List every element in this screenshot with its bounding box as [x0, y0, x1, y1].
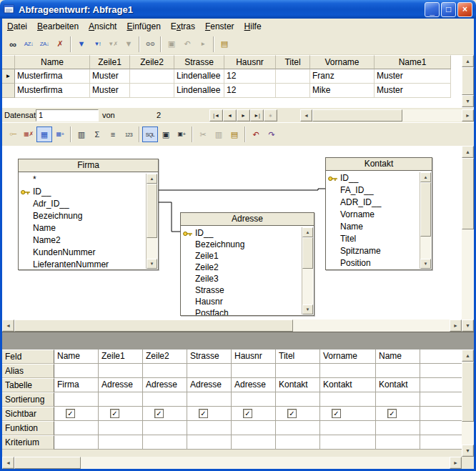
- cell[interactable]: Titel: [276, 349, 320, 364]
- field-item[interactable]: Postfach: [181, 307, 302, 315]
- field-item[interactable]: ID__: [326, 172, 420, 184]
- row-header-kriterium[interactable]: Kriterium: [2, 435, 54, 450]
- visible-checkbox[interactable]: ✓: [199, 409, 208, 418]
- paste-button[interactable]: ▤: [217, 36, 232, 52]
- scrollbar-thumb[interactable]: [302, 237, 313, 269]
- menu-item-datei[interactable]: Datei: [2, 19, 32, 34]
- filter-by-selection-button[interactable]: ▼!: [89, 36, 105, 52]
- cell[interactable]: [320, 435, 376, 450]
- field-list-scrollbar[interactable]: ▲ ▼: [420, 172, 431, 269]
- remove-filter-button[interactable]: ▼✗: [105, 36, 121, 52]
- field-item[interactable]: Name2: [19, 234, 146, 247]
- sort-descending-button[interactable]: ZA↓: [36, 36, 52, 52]
- cell[interactable]: [54, 364, 99, 378]
- cell[interactable]: [143, 392, 187, 407]
- cell[interactable]: [276, 69, 310, 84]
- filter-button[interactable]: ▼: [74, 36, 89, 52]
- scroll-up-button[interactable]: ▲: [462, 146, 474, 158]
- scroll-down-button[interactable]: ▼: [462, 445, 474, 457]
- field-item[interactable]: ID__: [181, 227, 302, 239]
- table-title[interactable]: Firma: [19, 159, 158, 172]
- print-preview-button[interactable]: ⊙⊙: [142, 36, 158, 52]
- number-format-button[interactable]: 123: [121, 127, 137, 142]
- field-item[interactable]: Spitzname: [326, 245, 420, 257]
- field-item[interactable]: FA_ID__: [326, 184, 420, 197]
- save-button[interactable]: ▣: [158, 127, 174, 142]
- cell[interactable]: [376, 392, 420, 407]
- column-header-strasse[interactable]: Strasse: [174, 55, 224, 69]
- column-header-vorname[interactable]: Vorname: [310, 55, 375, 69]
- goto-record-button[interactable]: ►: [195, 36, 211, 52]
- visible-checkbox[interactable]: ✓: [154, 409, 164, 418]
- cell[interactable]: [420, 421, 462, 435]
- menu-item-bearbeiten[interactable]: Bearbeiten: [32, 19, 84, 34]
- cell[interactable]: Adresse: [143, 378, 187, 392]
- remove-table-button[interactable]: ▦✗: [21, 127, 36, 142]
- column-header-zeile2[interactable]: Zeile2: [130, 55, 174, 69]
- cell[interactable]: Mike: [310, 84, 375, 98]
- cell[interactable]: Name: [376, 349, 420, 364]
- cell[interactable]: [54, 392, 99, 407]
- minimize-button[interactable]: _: [425, 2, 440, 17]
- query-grid-vertical-scrollbar[interactable]: ▲ ▼: [462, 349, 474, 457]
- cell[interactable]: Muster: [90, 84, 130, 98]
- cell[interactable]: Firma: [54, 378, 99, 392]
- scroll-up-button[interactable]: ▲: [462, 349, 474, 362]
- menu-item-fenster[interactable]: Fenster: [200, 19, 239, 34]
- cell[interactable]: [276, 421, 320, 435]
- table-window-firma[interactable]: Firma * ID__ Adr_ID__ Bezeichnung Name N…: [18, 159, 159, 270]
- visible-checkbox[interactable]: ✓: [66, 409, 75, 418]
- copy-button[interactable]: ▥: [211, 127, 227, 142]
- column-header-zeile1[interactable]: Zeile1: [90, 55, 130, 69]
- cell[interactable]: [276, 435, 320, 450]
- cell[interactable]: [376, 435, 420, 450]
- cell[interactable]: Zeile1: [99, 349, 143, 364]
- row-header-sichtbar[interactable]: Sichtbar: [2, 407, 54, 421]
- row-header-funktion[interactable]: Funktion: [2, 421, 54, 435]
- cell[interactable]: [99, 435, 143, 450]
- field-item[interactable]: Vorname: [326, 209, 420, 221]
- column-header-hausnr[interactable]: Hausnr: [224, 55, 276, 69]
- join-line-firma-kontakt[interactable]: [159, 189, 325, 190]
- undo-record-button[interactable]: ↶: [179, 36, 195, 52]
- cell[interactable]: Muster: [375, 84, 451, 98]
- cell[interactable]: [420, 378, 462, 392]
- scroll-down-button[interactable]: ▼: [462, 319, 474, 332]
- save-record-button[interactable]: ▣: [164, 36, 179, 52]
- menu-item-einfuegen[interactable]: Einfügen: [122, 19, 165, 34]
- scrollbar-thumb[interactable]: [14, 319, 293, 332]
- scroll-right-button[interactable]: ►: [450, 457, 462, 469]
- field-item[interactable]: Titel: [326, 233, 420, 245]
- field-item[interactable]: Zeile3: [181, 273, 302, 284]
- cell[interactable]: [130, 69, 174, 84]
- scroll-up-button[interactable]: ▲: [420, 172, 431, 182]
- add-table-button[interactable]: ▦+: [52, 127, 68, 142]
- menu-item-ansicht[interactable]: Ansicht: [84, 19, 122, 34]
- cell[interactable]: Strasse: [187, 349, 232, 364]
- remove-sort-button[interactable]: ✗: [52, 36, 68, 52]
- cell[interactable]: Kontakt: [276, 378, 320, 392]
- field-item[interactable]: Bezeichnung: [19, 210, 146, 222]
- cell[interactable]: [232, 421, 276, 435]
- field-item[interactable]: KundenNummer: [19, 247, 146, 259]
- cell[interactable]: Name: [54, 349, 99, 364]
- scrollbar-thumb[interactable]: [147, 184, 157, 238]
- field-list-button[interactable]: ▥: [74, 127, 89, 142]
- cell[interactable]: [320, 392, 376, 407]
- cell[interactable]: [99, 392, 143, 407]
- new-record-button[interactable]: ∗: [264, 109, 277, 122]
- scrollbar-thumb[interactable]: [462, 67, 474, 95]
- sort-ascending-button[interactable]: AZ↓: [21, 36, 36, 52]
- cell[interactable]: [54, 421, 99, 435]
- row-header-tabelle[interactable]: Tabelle: [2, 378, 54, 392]
- field-item[interactable]: Name: [19, 222, 146, 234]
- scroll-up-button[interactable]: ▲: [147, 174, 157, 184]
- save-all-button[interactable]: ▣+: [174, 127, 189, 142]
- cell[interactable]: Adresse: [187, 378, 232, 392]
- cell[interactable]: Vorname: [320, 349, 376, 364]
- table-window-kontakt[interactable]: Kontakt ID__ FA_ID__ ADR_ID__ Vorname Na…: [325, 157, 432, 270]
- cell[interactable]: [376, 364, 420, 378]
- design-view-button[interactable]: ▦: [36, 127, 52, 142]
- datasheet-vertical-scrollbar[interactable]: ▲ ▼: [462, 55, 474, 107]
- query-grid-horizontal-scrollbar[interactable]: ◄ ►: [2, 457, 462, 469]
